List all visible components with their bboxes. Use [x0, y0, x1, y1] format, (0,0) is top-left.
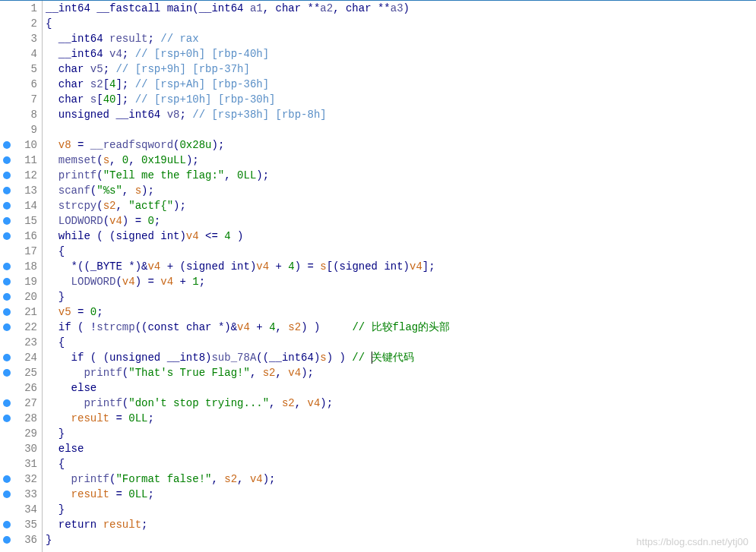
breakpoint-icon[interactable]: [3, 141, 11, 149]
breakpoint-icon[interactable]: [3, 202, 11, 210]
breakpoint-icon[interactable]: [3, 293, 11, 301]
code-line[interactable]: scanf("%s", s);: [46, 183, 756, 198]
token: v4: [308, 397, 321, 409]
code-line[interactable]: {: [46, 244, 756, 259]
breakpoint-icon[interactable]: [3, 536, 11, 544]
token: "%s": [96, 185, 122, 197]
code-line[interactable]: char s[40]; // [rsp+10h] [rbp-30h]: [46, 92, 756, 107]
line-number: 6: [0, 77, 42, 92]
token: char: [59, 63, 90, 75]
token: ,: [276, 321, 289, 333]
token: memset: [59, 154, 96, 166]
token: 4: [288, 260, 294, 273]
token: // [rsp+9h] [rbp-37h]: [115, 63, 249, 75]
code-line[interactable]: __int64 __fastcall main(__int64 a1, char…: [46, 1, 756, 16]
code-line[interactable]: memset(s, 0, 0x19uLL);: [46, 153, 756, 168]
code-line[interactable]: {: [46, 16, 756, 31]
line-number: 3: [0, 31, 42, 46]
code-line[interactable]: char s2[4]; // [rsp+Ah] [rbp-36h]: [46, 77, 756, 92]
code-editor[interactable]: 1234567891011121314151617181920212223242…: [0, 0, 756, 552]
token: [46, 519, 59, 531]
token: s: [320, 352, 326, 364]
code-line[interactable]: }: [46, 289, 756, 304]
breakpoint-icon[interactable]: [3, 490, 11, 498]
line-number: 25: [0, 365, 42, 380]
code-line[interactable]: }: [46, 502, 756, 517]
breakpoint-icon[interactable]: [3, 308, 11, 316]
code-line[interactable]: if ( !strcmp((const char *)&v4 + 4, s2) …: [46, 320, 756, 335]
code-line[interactable]: LODWORD(v4) = 0;: [46, 213, 756, 229]
code-line[interactable]: while ( (signed int)v4 <= 4 ): [46, 229, 756, 244]
token: );: [211, 139, 224, 151]
code-line[interactable]: strcpy(s2, "actf{");: [46, 198, 756, 213]
token: ,: [269, 397, 282, 409]
code-line[interactable]: }: [46, 426, 756, 441]
code-line[interactable]: __int64 v4; // [rsp+0h] [rbp-40h]: [46, 46, 756, 62]
line-number: 20: [0, 289, 42, 304]
breakpoint-icon[interactable]: [3, 415, 11, 422]
code-line[interactable]: else: [46, 441, 756, 456]
token: ;: [122, 48, 135, 60]
token: s: [103, 154, 109, 166]
token: +: [269, 260, 288, 273]
token: ,: [276, 367, 289, 379]
token: strcmp: [96, 321, 134, 333]
code-line[interactable]: result = 0LL;: [46, 487, 756, 502]
token: const char: [147, 321, 217, 333]
code-line[interactable]: printf("don't stop trying...", s2, v4);: [46, 396, 756, 411]
token: [46, 33, 59, 45]
breakpoint-icon[interactable]: [3, 369, 11, 377]
token: ];: [422, 260, 435, 273]
token: [46, 78, 59, 90]
code-line[interactable]: {: [46, 456, 756, 472]
code-line[interactable]: *((_BYTE *)&v4 + (signed int)v4 + 4) = s…: [46, 259, 756, 274]
token: (: [96, 200, 103, 212]
token: ( (: [90, 230, 116, 242]
token: s2: [90, 78, 103, 90]
code-line[interactable]: unsigned __int64 v8; // [rsp+38h] [rbp-8…: [46, 107, 756, 122]
code-line[interactable]: LODWORD(v4) = v4 + 1;: [46, 274, 756, 289]
code-line[interactable]: __int64 result; // rax: [46, 31, 756, 46]
code-line[interactable]: else: [46, 380, 756, 396]
code-line[interactable]: return result;: [46, 517, 756, 532]
breakpoint-icon[interactable]: [3, 172, 11, 179]
code-line[interactable]: printf("Tell me the flag:", 0LL);: [46, 168, 756, 183]
line-number: 9: [0, 122, 42, 137]
token: ;: [147, 412, 153, 424]
code-line[interactable]: v8 = __readfsqword(0x28u);: [46, 137, 756, 153]
breakpoint-icon[interactable]: [3, 475, 11, 483]
token: 4: [224, 230, 230, 242]
breakpoint-icon[interactable]: [3, 521, 11, 528]
breakpoint-icon[interactable]: [3, 278, 11, 285]
breakpoint-icon[interactable]: [3, 323, 11, 331]
code-line[interactable]: result = 0LL;: [46, 411, 756, 426]
token: result: [109, 33, 147, 45]
token: if: [71, 352, 84, 364]
token: [46, 154, 59, 166]
code-line[interactable]: v5 = 0;: [46, 304, 756, 320]
breakpoint-icon[interactable]: [3, 217, 11, 225]
token: [46, 306, 59, 318]
breakpoint-icon[interactable]: [3, 156, 11, 164]
code-line[interactable]: [46, 122, 756, 137]
breakpoint-icon[interactable]: [3, 263, 11, 270]
code-area[interactable]: __int64 __fastcall main(__int64 a1, char…: [43, 1, 756, 552]
token: 0x19uLL: [141, 154, 186, 166]
code-line[interactable]: {: [46, 335, 756, 350]
token: [96, 519, 103, 531]
code-line[interactable]: if ( (unsigned __int8)sub_78A((__int64)s…: [46, 350, 756, 365]
line-number: 23: [0, 335, 42, 350]
token: [46, 200, 59, 212]
breakpoint-icon[interactable]: [3, 354, 11, 361]
breakpoint-icon[interactable]: [3, 399, 11, 407]
token: // [rsp+38h] [rbp-8h]: [192, 109, 326, 121]
code-line[interactable]: printf("That's True Flag!", s2, v4);: [46, 365, 756, 380]
token: );: [186, 154, 199, 166]
token: [46, 443, 59, 455]
code-line[interactable]: printf("Format false!", s2, v4);: [46, 472, 756, 487]
token: signed int: [115, 230, 179, 242]
token: s: [135, 185, 141, 197]
breakpoint-icon[interactable]: [3, 187, 11, 194]
breakpoint-icon[interactable]: [3, 232, 11, 240]
code-line[interactable]: char v5; // [rsp+9h] [rbp-37h]: [46, 62, 756, 77]
